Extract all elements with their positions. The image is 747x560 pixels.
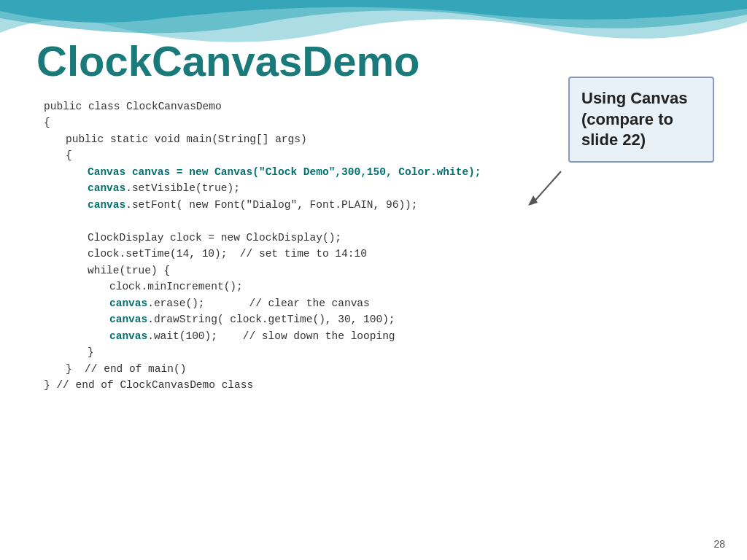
svg-line-0 [532, 171, 561, 204]
code-line: clock.minIncrement(); [109, 279, 711, 295]
code-line: canvas.setFont( new Font("Dialog", Font.… [88, 197, 711, 213]
code-line: canvas.drawString( clock.getTime(), 30, … [109, 311, 711, 327]
svg-marker-1 [528, 195, 538, 206]
code-line: while(true) { [88, 262, 711, 279]
code-line: canvas.setVisible(true); [88, 180, 711, 196]
code-line: canvas.erase(); // clear the canvas [109, 295, 711, 311]
code-line: Canvas canvas = new Canvas("Clock Demo",… [88, 164, 711, 180]
code-line: } // end of main() [66, 361, 711, 377]
code-line: canvas.wait(100); // slow down the loopi… [109, 328, 711, 344]
code-line [44, 213, 711, 229]
code-line: clock.setTime(14, 10); // set time to 14… [88, 246, 711, 262]
slide-number: 28 [713, 538, 725, 550]
code-line: ClockDisplay clock = new ClockDisplay(); [88, 230, 711, 246]
code-line: } // end of ClockCanvasDemo class [44, 377, 711, 393]
code-line: } [88, 344, 711, 360]
slide-content: ClockCanvasDemo public class ClockCanvas… [0, 0, 747, 408]
callout-box: Using Canvas (compare to slide 22) [568, 77, 714, 163]
callout-arrow [525, 168, 568, 214]
callout-text: Using Canvas (compare to slide 22) [581, 89, 688, 149]
